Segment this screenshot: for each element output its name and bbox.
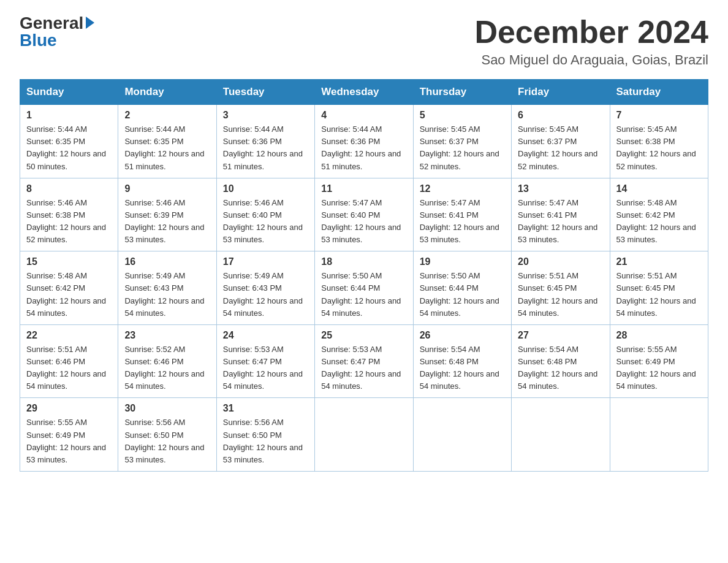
day-info: Sunrise: 5:48 AMSunset: 6:42 PMDaylight:… <box>26 270 112 320</box>
calendar-day-cell: 19Sunrise: 5:50 AMSunset: 6:44 PMDayligh… <box>413 251 511 325</box>
calendar-day-cell: 23Sunrise: 5:52 AMSunset: 6:46 PMDayligh… <box>118 324 216 398</box>
day-number: 12 <box>420 183 505 194</box>
month-title: December 2024 <box>474 15 708 50</box>
day-number: 5 <box>420 110 505 121</box>
day-info: Sunrise: 5:47 AMSunset: 6:40 PMDaylight:… <box>321 197 406 247</box>
location-title: Sao Miguel do Araguaia, Goias, Brazil <box>474 52 708 68</box>
calendar-day-cell: 10Sunrise: 5:46 AMSunset: 6:40 PMDayligh… <box>216 178 314 251</box>
day-info: Sunrise: 5:45 AMSunset: 6:38 PMDaylight:… <box>616 123 702 173</box>
calendar-day-cell: 6Sunrise: 5:45 AMSunset: 6:37 PMDaylight… <box>512 105 610 178</box>
calendar-day-cell: 15Sunrise: 5:48 AMSunset: 6:42 PMDayligh… <box>20 251 118 325</box>
calendar-day-cell: 25Sunrise: 5:53 AMSunset: 6:47 PMDayligh… <box>315 324 413 398</box>
calendar-day-cell: 13Sunrise: 5:47 AMSunset: 6:41 PMDayligh… <box>512 178 610 251</box>
day-number: 29 <box>26 403 112 414</box>
day-number: 20 <box>518 256 603 267</box>
day-number: 25 <box>321 330 406 341</box>
day-number: 31 <box>223 403 308 414</box>
calendar-table: SundayMondayTuesdayWednesdayThursdayFrid… <box>20 79 708 472</box>
calendar-day-cell: 16Sunrise: 5:49 AMSunset: 6:43 PMDayligh… <box>118 251 216 325</box>
day-number: 11 <box>321 183 406 194</box>
day-info: Sunrise: 5:51 AMSunset: 6:46 PMDaylight:… <box>26 343 112 393</box>
day-number: 8 <box>26 183 112 194</box>
calendar-day-cell: 29Sunrise: 5:55 AMSunset: 6:49 PMDayligh… <box>20 398 118 472</box>
calendar-week-row: 8Sunrise: 5:46 AMSunset: 6:38 PMDaylight… <box>20 178 708 251</box>
logo-triangle-icon <box>86 17 94 29</box>
day-number: 24 <box>223 330 308 341</box>
day-number: 27 <box>518 330 603 341</box>
day-number: 2 <box>124 110 210 121</box>
day-info: Sunrise: 5:46 AMSunset: 6:40 PMDaylight:… <box>223 197 308 247</box>
day-info: Sunrise: 5:52 AMSunset: 6:46 PMDaylight:… <box>124 343 210 393</box>
calendar-week-row: 15Sunrise: 5:48 AMSunset: 6:42 PMDayligh… <box>20 251 708 325</box>
weekday-header-tuesday: Tuesday <box>216 80 314 105</box>
day-info: Sunrise: 5:50 AMSunset: 6:44 PMDaylight:… <box>420 270 505 320</box>
calendar-day-cell: 21Sunrise: 5:51 AMSunset: 6:45 PMDayligh… <box>610 251 708 325</box>
day-number: 30 <box>124 403 210 414</box>
calendar-day-cell: 1Sunrise: 5:44 AMSunset: 6:35 PMDaylight… <box>20 105 118 178</box>
weekday-header-friday: Friday <box>512 80 610 105</box>
day-info: Sunrise: 5:53 AMSunset: 6:47 PMDaylight:… <box>321 343 406 393</box>
day-number: 10 <box>223 183 308 194</box>
calendar-day-cell: 17Sunrise: 5:49 AMSunset: 6:43 PMDayligh… <box>216 251 314 325</box>
weekday-header-wednesday: Wednesday <box>315 80 413 105</box>
calendar-day-cell: 27Sunrise: 5:54 AMSunset: 6:48 PMDayligh… <box>512 324 610 398</box>
day-info: Sunrise: 5:51 AMSunset: 6:45 PMDaylight:… <box>518 270 603 320</box>
day-info: Sunrise: 5:56 AMSunset: 6:50 PMDaylight:… <box>223 416 308 466</box>
calendar-day-cell <box>413 398 511 472</box>
weekday-header-saturday: Saturday <box>610 80 708 105</box>
calendar-day-cell: 12Sunrise: 5:47 AMSunset: 6:41 PMDayligh… <box>413 178 511 251</box>
calendar-day-cell: 31Sunrise: 5:56 AMSunset: 6:50 PMDayligh… <box>216 398 314 472</box>
day-number: 7 <box>616 110 702 121</box>
day-number: 1 <box>26 110 112 121</box>
day-info: Sunrise: 5:45 AMSunset: 6:37 PMDaylight:… <box>518 123 603 173</box>
page-header: General Blue December 2024 Sao Miguel do… <box>20 15 708 68</box>
calendar-day-cell: 3Sunrise: 5:44 AMSunset: 6:36 PMDaylight… <box>216 105 314 178</box>
day-info: Sunrise: 5:56 AMSunset: 6:50 PMDaylight:… <box>124 416 210 466</box>
day-number: 15 <box>26 256 112 267</box>
calendar-day-cell: 14Sunrise: 5:48 AMSunset: 6:42 PMDayligh… <box>610 178 708 251</box>
day-number: 9 <box>124 183 210 194</box>
day-number: 13 <box>518 183 603 194</box>
calendar-day-cell: 5Sunrise: 5:45 AMSunset: 6:37 PMDaylight… <box>413 105 511 178</box>
day-info: Sunrise: 5:51 AMSunset: 6:45 PMDaylight:… <box>616 270 702 320</box>
calendar-day-cell: 9Sunrise: 5:46 AMSunset: 6:39 PMDaylight… <box>118 178 216 251</box>
calendar-day-cell: 11Sunrise: 5:47 AMSunset: 6:40 PMDayligh… <box>315 178 413 251</box>
day-info: Sunrise: 5:44 AMSunset: 6:35 PMDaylight:… <box>26 123 112 173</box>
calendar-day-cell: 20Sunrise: 5:51 AMSunset: 6:45 PMDayligh… <box>512 251 610 325</box>
day-number: 6 <box>518 110 603 121</box>
day-info: Sunrise: 5:46 AMSunset: 6:38 PMDaylight:… <box>26 197 112 247</box>
calendar-day-cell <box>610 398 708 472</box>
day-info: Sunrise: 5:49 AMSunset: 6:43 PMDaylight:… <box>223 270 308 320</box>
calendar-day-cell: 4Sunrise: 5:44 AMSunset: 6:36 PMDaylight… <box>315 105 413 178</box>
day-number: 3 <box>223 110 308 121</box>
calendar-day-cell: 26Sunrise: 5:54 AMSunset: 6:48 PMDayligh… <box>413 324 511 398</box>
day-info: Sunrise: 5:54 AMSunset: 6:48 PMDaylight:… <box>518 343 603 393</box>
day-number: 17 <box>223 256 308 267</box>
weekday-header-thursday: Thursday <box>413 80 511 105</box>
calendar-day-cell: 22Sunrise: 5:51 AMSunset: 6:46 PMDayligh… <box>20 324 118 398</box>
calendar-day-cell: 18Sunrise: 5:50 AMSunset: 6:44 PMDayligh… <box>315 251 413 325</box>
calendar-day-cell: 8Sunrise: 5:46 AMSunset: 6:38 PMDaylight… <box>20 178 118 251</box>
day-number: 23 <box>124 330 210 341</box>
weekday-header-sunday: Sunday <box>20 80 118 105</box>
day-number: 4 <box>321 110 406 121</box>
day-number: 26 <box>420 330 505 341</box>
title-section: December 2024 Sao Miguel do Araguaia, Go… <box>474 15 708 68</box>
day-info: Sunrise: 5:48 AMSunset: 6:42 PMDaylight:… <box>616 197 702 247</box>
day-info: Sunrise: 5:44 AMSunset: 6:36 PMDaylight:… <box>223 123 308 173</box>
calendar-week-row: 29Sunrise: 5:55 AMSunset: 6:49 PMDayligh… <box>20 398 708 472</box>
calendar-day-cell: 28Sunrise: 5:55 AMSunset: 6:49 PMDayligh… <box>610 324 708 398</box>
weekday-header-monday: Monday <box>118 80 216 105</box>
day-number: 19 <box>420 256 505 267</box>
day-info: Sunrise: 5:47 AMSunset: 6:41 PMDaylight:… <box>518 197 603 247</box>
day-number: 21 <box>616 256 702 267</box>
logo-general-text: General <box>20 15 83 32</box>
calendar-day-cell: 24Sunrise: 5:53 AMSunset: 6:47 PMDayligh… <box>216 324 314 398</box>
day-info: Sunrise: 5:45 AMSunset: 6:37 PMDaylight:… <box>420 123 505 173</box>
day-info: Sunrise: 5:55 AMSunset: 6:49 PMDaylight:… <box>26 416 112 466</box>
day-number: 16 <box>124 256 210 267</box>
weekday-header-row: SundayMondayTuesdayWednesdayThursdayFrid… <box>20 80 708 105</box>
day-info: Sunrise: 5:44 AMSunset: 6:35 PMDaylight:… <box>124 123 210 173</box>
calendar-day-cell: 30Sunrise: 5:56 AMSunset: 6:50 PMDayligh… <box>118 398 216 472</box>
day-info: Sunrise: 5:53 AMSunset: 6:47 PMDaylight:… <box>223 343 308 393</box>
